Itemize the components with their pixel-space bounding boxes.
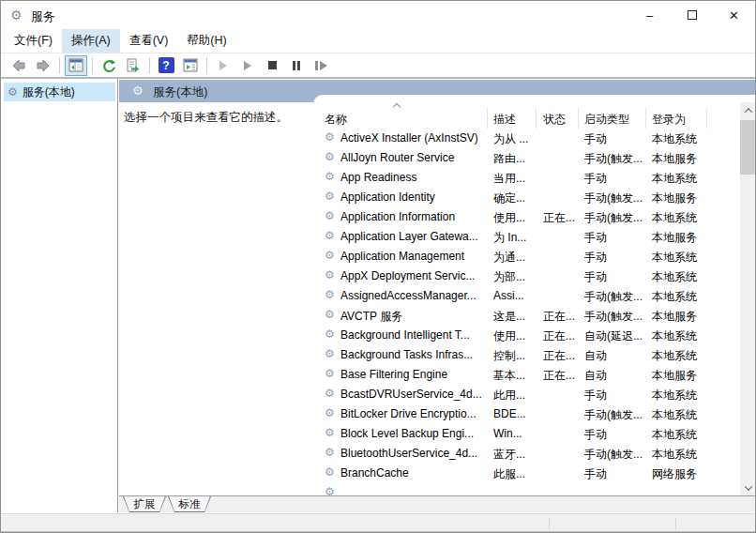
menu-view[interactable]: 查看(V) <box>120 29 178 53</box>
table-row[interactable]: ⚙ Block Level Backup Engi... Win... 手动 本… <box>313 424 740 444</box>
service-status: 正在... <box>543 368 578 384</box>
toolbar-separator <box>149 57 150 74</box>
table-row[interactable]: ⚙ AppX Deployment Servic... 为部... 手动 本地系… <box>313 266 740 286</box>
services-rows: ⚙ ActiveX Installer (AxInstSV) 为从 ... 手动… <box>313 129 740 495</box>
show-action-pane-button[interactable] <box>179 55 202 76</box>
window-title: 服务 <box>31 8 55 25</box>
column-divider[interactable] <box>578 108 579 129</box>
service-logon-as: 本地系统 <box>652 289 708 305</box>
table-row[interactable]: ⚙ App Readiness 当用... 手动 本地系统 <box>313 168 740 188</box>
minimize-button[interactable]: – <box>628 1 671 29</box>
menu-file[interactable]: 文件(F) <box>5 29 62 53</box>
service-description: 基本... <box>493 368 536 384</box>
service-name: AVCTP 服务 <box>340 309 486 325</box>
tab-extended[interactable]: 扩展 <box>123 496 166 512</box>
close-button[interactable]: ✕ <box>713 1 755 29</box>
column-header-description[interactable]: 描述 <box>493 112 516 128</box>
service-description: 控制... <box>493 348 536 364</box>
table-row[interactable]: ⚙ AllJoyn Router Service 路由... 手动(触发... … <box>313 148 740 168</box>
close-icon: ✕ <box>729 8 739 23</box>
table-row[interactable]: ⚙ AssignedAccessManager... Assi... 手动(触发… <box>313 286 740 306</box>
menu-action[interactable]: 操作(A) <box>62 29 120 53</box>
service-gear-icon: ⚙ <box>325 485 339 495</box>
service-name: Base Filtering Engine <box>340 368 486 381</box>
tab-standard-label: 标准 <box>169 496 210 511</box>
service-description: 路由... <box>493 151 536 167</box>
service-startup-type: 手动 <box>584 427 644 443</box>
show-window-icon <box>183 58 198 72</box>
services-gear-icon: ⚙ <box>10 8 23 23</box>
stop-service-button[interactable] <box>261 55 283 76</box>
service-name: Background Tasks Infras... <box>340 348 486 361</box>
table-row[interactable]: ⚙ <box>313 483 740 495</box>
service-name: App Readiness <box>340 171 486 184</box>
column-header-startup-type[interactable]: 启动类型 <box>584 112 629 128</box>
service-description: 使用... <box>493 210 536 226</box>
service-startup-type: 手动(触发... <box>584 210 644 226</box>
table-row[interactable]: ⚙ BcastDVRUserService_4d... 此用... 手动 本地系… <box>313 385 740 404</box>
resume-service-button[interactable] <box>236 55 259 76</box>
tab-standard[interactable]: 标准 <box>168 496 211 512</box>
table-row[interactable]: ⚙ BranchCache 此服... 手动 网络服务 <box>313 464 740 483</box>
scrollbar-thumb[interactable] <box>740 120 756 175</box>
table-row[interactable]: ⚙ Base Filtering Engine 基本... 正在... 自动 本… <box>313 365 740 385</box>
restart-service-icon <box>315 61 327 70</box>
back-button[interactable] <box>8 55 30 76</box>
service-gear-icon: ⚙ <box>325 446 339 459</box>
table-row[interactable]: ⚙ Application Management 为通... 手动 本地系统 <box>313 247 740 266</box>
table-row[interactable]: ⚙ BitLocker Drive Encryptio... BDE... 手动… <box>313 404 740 424</box>
service-description: Win... <box>493 427 536 440</box>
service-description: BDE... <box>493 407 536 420</box>
column-divider[interactable] <box>487 108 488 129</box>
vertical-scrollbar[interactable] <box>740 102 756 495</box>
scroll-down-button[interactable] <box>740 480 756 495</box>
column-header-name[interactable]: 名称 <box>325 112 347 128</box>
service-description: 为通... <box>493 250 536 266</box>
service-logon-as: 本地服务 <box>652 230 708 246</box>
table-row[interactable]: ⚙ ActiveX Installer (AxInstSV) 为从 ... 手动… <box>313 129 740 148</box>
service-logon-as: 本地系统 <box>652 388 708 404</box>
help-button[interactable]: ? <box>155 55 177 76</box>
column-divider[interactable] <box>645 108 646 129</box>
show-console-tree-button[interactable] <box>65 55 87 76</box>
toolbar-separator <box>206 57 207 74</box>
statusbar-divider <box>675 518 676 529</box>
scroll-up-button[interactable] <box>740 102 756 118</box>
service-logon-as: 本地服务 <box>652 368 708 384</box>
column-header-logon-as[interactable]: 登录为 <box>652 112 686 128</box>
service-gear-icon: ⚙ <box>325 387 339 400</box>
service-gear-icon: ⚙ <box>325 367 339 380</box>
title-bar: ⚙ 服务 – ✕ <box>1 1 755 29</box>
column-divider[interactable] <box>706 108 707 129</box>
pause-service-button[interactable] <box>285 55 308 76</box>
table-row[interactable]: ⚙ Application Information 使用... 正在... 手动… <box>313 207 740 227</box>
table-row[interactable]: ⚙ Application Layer Gatewa... 为 In... 手动… <box>313 227 740 247</box>
service-gear-icon: ⚙ <box>325 150 339 163</box>
tree-item-services-local[interactable]: ⚙ 服务(本地) <box>4 83 115 101</box>
start-service-button[interactable] <box>212 55 234 76</box>
table-row[interactable]: ⚙ BluetoothUserService_4d... 蓝牙... 手动(触发… <box>313 444 740 464</box>
toolbar-separator <box>59 57 60 74</box>
service-logon-as: 本地服务 <box>652 151 708 167</box>
column-header-status[interactable]: 状态 <box>543 112 566 128</box>
service-startup-type: 手动 <box>584 250 644 266</box>
service-logon-as: 网络服务 <box>652 466 708 482</box>
table-row[interactable]: ⚙ Background Intelligent T... 使用... 正在..… <box>313 326 740 345</box>
table-row[interactable]: ⚙ Application Identity 确定... 手动(触发... 本地… <box>313 188 740 207</box>
restart-service-button[interactable] <box>310 55 332 76</box>
forward-icon <box>36 58 51 73</box>
maximize-button[interactable] <box>671 1 713 29</box>
export-list-button[interactable] <box>122 55 144 76</box>
service-startup-type: 手动(触发... <box>584 407 644 423</box>
tab-extended-label: 扩展 <box>124 496 165 511</box>
menu-help[interactable]: 帮助(H) <box>177 29 235 53</box>
forward-button[interactable] <box>32 55 54 76</box>
refresh-button[interactable] <box>98 55 120 76</box>
service-gear-icon: ⚙ <box>325 465 339 479</box>
results-pane: ⚙ 服务(本地) 选择一个项目来查看它的描述。 名称 描述 状态 启动类型 登录… <box>119 79 756 512</box>
results-header-title: 服务(本地) <box>153 84 207 100</box>
table-row[interactable]: ⚙ AVCTP 服务 这是... 正在... 手动(触发... 本地服务 <box>313 306 740 326</box>
refresh-icon <box>101 58 116 73</box>
table-row[interactable]: ⚙ Background Tasks Infras... 控制... 正在...… <box>313 345 740 365</box>
column-divider[interactable] <box>536 108 537 129</box>
